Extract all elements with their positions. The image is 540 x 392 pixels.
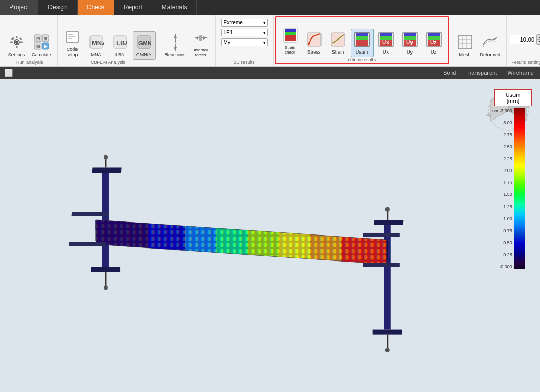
legend-tick-10: 0.75 <box>500 228 512 233</box>
top-menu-bar: Project Design Check Report Materials <box>0 0 540 15</box>
reactions-group-label <box>186 60 188 66</box>
deformed-icon <box>482 34 498 50</box>
spinner-down[interactable]: ▼ <box>537 40 540 45</box>
code-setup-label: Codesetup <box>67 47 78 57</box>
gmnia-label: GMNIA <box>136 52 152 57</box>
uy-button[interactable]: Uy Uy <box>398 29 421 57</box>
legend-tick-7: 1.50 <box>500 192 512 197</box>
ribbon: Settings ⊞ ⊞ ⊞ ▶ Calculate <box>0 15 540 67</box>
strain-check-button[interactable]: Straincheck <box>279 24 302 57</box>
svg-text:▶: ▶ <box>44 44 48 49</box>
beam-displacement-dots: /* dots generated by CSS pattern */ <box>96 220 387 264</box>
svg-marker-29 <box>174 47 177 51</box>
svg-rect-2 <box>16 36 18 38</box>
legend-tick-2: 2.75 <box>500 132 512 137</box>
internal-forces-button[interactable]: Internalforces <box>189 27 212 60</box>
legend-tick-6: 1.75 <box>500 180 512 185</box>
uy-label: Uy <box>407 49 413 55</box>
svg-rect-6 <box>11 37 15 41</box>
wireframe-button[interactable]: Wireframe <box>505 70 536 76</box>
svg-text:⊞: ⊞ <box>36 36 40 41</box>
svg-text:GMNIA: GMNIA <box>138 40 151 46</box>
main-content: ⬜ Solid Transparent Wireframe <box>0 67 540 392</box>
stress-label: Stress <box>307 49 321 55</box>
group-cbfem-analysis: Codesetup MNA MNA LBA LBA <box>58 15 159 66</box>
svg-point-78 <box>385 207 390 212</box>
cbfem-results-buttons: Straincheck Stress <box>279 19 445 57</box>
svg-rect-88 <box>310 226 341 263</box>
code-setup-button[interactable]: Codesetup <box>61 26 84 60</box>
uy-icon: Uy <box>402 31 418 48</box>
transparent-button[interactable]: Transparent <box>464 70 499 76</box>
tab-check[interactable]: Check <box>78 0 114 15</box>
legend-labels: 3.300 3.00 2.75 2.50 2.25 2.00 1.75 1.50… <box>500 108 512 269</box>
mna-icon: MNA <box>88 34 105 50</box>
svg-rect-87 <box>279 225 310 263</box>
svg-rect-47 <box>380 33 392 36</box>
settings-button[interactable]: Settings <box>5 31 28 60</box>
results-settings-label: Results settings <box>510 60 540 66</box>
mesh-deformed-buttons: Mesh Deformed <box>454 17 504 60</box>
my-select-wrapper: My Mz N Vy Vz <box>221 38 268 46</box>
svg-text:Ux: Ux <box>382 40 389 45</box>
lba-label: LBA <box>115 52 124 57</box>
strain-label: Strain <box>332 49 344 55</box>
run-analysis-buttons: Settings ⊞ ⊞ ⊞ ▶ Calculate <box>5 17 54 60</box>
svg-rect-38 <box>285 29 296 32</box>
svg-rect-85 <box>216 223 248 262</box>
view-cube-icon: ⬜ <box>4 69 13 77</box>
mesh-label: Mesh <box>459 52 471 57</box>
ux-button[interactable]: Ux Ux <box>375 29 397 57</box>
calculate-icon: ⊞ ⊞ ⊞ ▶ <box>33 34 50 50</box>
legend-tick-9: 1.00 <box>500 216 512 221</box>
svg-rect-44 <box>356 36 368 40</box>
mesh-button[interactable]: Mesh <box>454 31 477 60</box>
stress-button[interactable]: Stress <box>303 29 326 57</box>
view-bar-left: ⬜ <box>4 69 13 77</box>
code-setup-icon <box>64 29 81 45</box>
viewport: /* dots generated by CSS pattern */ <box>0 79 540 392</box>
results-spinner-input[interactable] <box>510 35 537 44</box>
strain-button[interactable]: Strain <box>327 29 350 57</box>
group-mesh-deformed: Mesh Deformed <box>451 15 507 66</box>
svg-rect-18 <box>68 36 75 37</box>
mna-button[interactable]: MNA MNA <box>85 31 108 60</box>
le1-dropdown[interactable]: LE1 LE2 LE3 <box>221 29 268 36</box>
svg-rect-37 <box>285 32 296 35</box>
reactions-button[interactable]: Reactions <box>162 31 188 60</box>
svg-rect-86 <box>248 224 279 262</box>
group-cbfem-results: Straincheck Stress <box>275 16 449 64</box>
svg-marker-31 <box>195 36 198 40</box>
legend-tick-8: 1.25 <box>500 204 512 210</box>
extreme-dropdown[interactable]: Extreme All <box>221 19 268 27</box>
svg-point-72 <box>104 285 108 290</box>
tab-report[interactable]: Report <box>114 0 152 15</box>
svg-rect-66 <box>92 168 122 173</box>
spinner-up[interactable]: ▲ <box>537 34 540 40</box>
svg-rect-73 <box>374 220 403 225</box>
calculate-button[interactable]: ⊞ ⊞ ⊞ ▶ Calculate <box>29 31 54 60</box>
svg-rect-3 <box>16 46 18 48</box>
usum-button[interactable]: Usum <box>351 29 374 57</box>
solid-button[interactable]: Solid <box>441 70 458 76</box>
1d-dropdowns: Extreme All LE1 LE2 LE3 My Mz N Vy Vz <box>219 17 270 48</box>
svg-text:⊞: ⊞ <box>36 44 40 49</box>
uz-button[interactable]: Uz Uz <box>422 29 445 57</box>
svg-rect-83 <box>148 221 185 263</box>
legend-tick-1: 3.00 <box>500 120 512 125</box>
tab-materials[interactable]: Materials <box>152 0 197 15</box>
gmnia-button[interactable]: GMNIA GMNIA <box>133 31 156 60</box>
view-bar: ⬜ Solid Transparent Wireframe <box>0 67 540 79</box>
1d-results-label: 1D results <box>234 60 255 66</box>
lba-button[interactable]: LBA LBA <box>109 31 132 60</box>
svg-rect-67 <box>102 173 109 267</box>
legend-min: 0.000 <box>500 264 512 269</box>
internal-forces-label: Internalforces <box>194 48 208 57</box>
deformed-button[interactable]: Deformed <box>478 31 504 60</box>
my-dropdown[interactable]: My Mz N Vy Vz <box>221 38 268 46</box>
tab-design[interactable]: Design <box>38 0 77 15</box>
uz-label: Uz <box>431 49 436 55</box>
tab-project[interactable]: Project <box>0 0 38 15</box>
cbfem-analysis-label: CBFEM Analysis <box>91 60 125 66</box>
spinner-wrapper: ▲ ▼ <box>510 34 540 45</box>
